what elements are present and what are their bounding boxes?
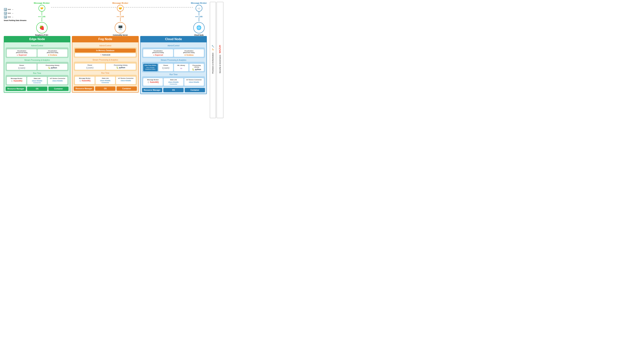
fog-node-header: Fog Node bbox=[72, 36, 138, 42]
fog-datalink-title: Data Link bbox=[97, 77, 114, 79]
edge-datalink-card: Data Link cisco KineticConnector bbox=[27, 77, 47, 84]
edge-kinetic-logo: cisco KineticConnector bbox=[28, 80, 46, 84]
vc-left-2 bbox=[42, 18, 42, 21]
vc-right-1 bbox=[199, 12, 199, 15]
cloud-parser-title: Parser bbox=[160, 64, 172, 66]
cloud-superset-title: Visualization(Historical Data) bbox=[144, 50, 172, 53]
fog-runtime-cards: Message Broker 🐇 RabbitMQ Data Link cisc… bbox=[75, 77, 136, 84]
fog-runtime-block: Message Broker 🐇 RabbitMQ Data Link cisc… bbox=[74, 75, 137, 85]
cloud-rabbitmq-logo: 🐇 RabbitMQ bbox=[144, 81, 162, 83]
zookeeper-icon: 🦒 bbox=[212, 48, 214, 50]
cloud-resource-manager: Resource Manager bbox=[142, 88, 162, 92]
smart-parking-label: Smart Parking Data Streams bbox=[4, 19, 26, 21]
edge-python-logo: 🐍 python bbox=[39, 67, 66, 69]
link-left-badge: ∞∞ Link bbox=[38, 15, 46, 18]
edge-json-logo: {json} bbox=[8, 67, 36, 69]
cloud-superset-logo: ∞ Superset bbox=[144, 54, 172, 56]
broker-middle: Message Broker 🤝 ∞∞ Link 🖥️ Commodity Se… bbox=[112, 2, 128, 36]
security-label: Security & Governance bbox=[219, 53, 221, 75]
edge-resource-manager: Resource Manager bbox=[6, 87, 26, 91]
link-right-label: Link bbox=[199, 15, 203, 18]
cloud-python-card: Processing Library 🐍 python bbox=[190, 64, 204, 71]
broker-right-label: Message Broker bbox=[191, 2, 207, 4]
cloud-admin-title: Admin/Control bbox=[142, 45, 205, 47]
car-icon-2: 🅿️ bbox=[4, 12, 7, 15]
fog-python-logo: 🐍 python bbox=[107, 67, 134, 69]
broker-left-icon: 🤝 bbox=[38, 5, 45, 12]
car-icon-1: 🅿️ bbox=[4, 8, 7, 11]
vc-right-2 bbox=[199, 18, 199, 21]
edge-runtime-block: Message Broker 🐇 RabbitMQ Data Link cisc… bbox=[6, 75, 68, 85]
fog-python-title: Processing Library bbox=[107, 64, 134, 66]
diagram-area: 🅿️ ∞∞ → 🅿️ ∞∞ → 🅿️ ∞∞ → Smart bbox=[2, 2, 209, 118]
edge-stream-title: Stream Processing & Analytics bbox=[6, 59, 68, 61]
arrow-1: → bbox=[12, 8, 14, 10]
cloud-os: OS bbox=[163, 88, 184, 92]
edge-node-body: Admin/Control Visualization(Historical D… bbox=[4, 42, 70, 93]
rethink-label: RethinkDB bbox=[102, 54, 110, 56]
provision-sidebar: 🔧 🦒 Provision & Orchestration bbox=[210, 2, 216, 118]
edge-runtime-cards: Message Broker 🐇 RabbitMQ Data Link cisc… bbox=[7, 77, 68, 84]
edge-container: Container bbox=[48, 87, 69, 91]
edge-bottom-bar: Resource Manager OS Container bbox=[6, 87, 68, 91]
broker-columns: Message Broker 🤝 ∞∞ Link 🍓 Raspberry Pi … bbox=[34, 2, 207, 36]
link-mid-badge: ∞∞ Link bbox=[116, 15, 124, 18]
cloud-python-logo: 🐍 python bbox=[190, 68, 203, 70]
cloud-grafana-card: Visualization(Real-time Data) ⊙ Grafana bbox=[174, 49, 204, 57]
fog-rabbitmq-logo: 🐇 RabbitMQ bbox=[76, 80, 93, 82]
broker-middle-icon: 🤝 bbox=[117, 5, 124, 12]
edge-rabbitmq-title: Message Broker bbox=[8, 78, 25, 79]
cloud-container: Container bbox=[185, 88, 205, 92]
cloud-datalink-card: Data Link cisco KineticConnector bbox=[164, 78, 183, 86]
edge-grafana-logo: ⊙ Grafana bbox=[39, 54, 66, 56]
cloud-ml-logo: ∞ bbox=[175, 67, 187, 70]
fog-stream-title: Stream Processing & Analytics bbox=[74, 59, 137, 61]
security-sidebar: WAZUH Security & Governance bbox=[216, 2, 223, 118]
edge-admin-block: Visualization(Historical Data) ∞ Superse… bbox=[6, 47, 68, 58]
fog-parser-card: Parser {json} bbox=[75, 64, 105, 70]
edge-admin-cards: Visualization(Historical Data) ∞ Superse… bbox=[7, 49, 68, 57]
edge-node: Edge Node Admin/Control Visualization(Hi… bbox=[4, 36, 70, 93]
link-right-badge: ∞∞ Link bbox=[195, 15, 202, 18]
fog-stream-block: Parser {json} Processing Library 🐍 pytho… bbox=[74, 62, 137, 71]
cloud-ml-title: ML Library bbox=[175, 64, 187, 66]
raspberry-label: Raspberry Pi B+ bbox=[35, 34, 48, 36]
fog-connector-label: Connector bbox=[102, 82, 109, 83]
main-container: 🅿️ ∞∞ → 🅿️ ∞∞ → 🅿️ ∞∞ → Smart bbox=[0, 0, 225, 120]
edge-rabbitmq-logo: 🐇 RabbitMQ bbox=[8, 80, 25, 82]
edge-grafana-title: Visualization(Real-time Data) bbox=[39, 50, 66, 53]
cloud-rabbitmq-card: Message Broker 🐇 RabbitMQ bbox=[143, 78, 163, 86]
broker-left-label: Message Broker bbox=[34, 2, 50, 4]
fog-admin-title: Admin/Control bbox=[74, 45, 137, 47]
commodity-device-icon: 🖥️ bbox=[115, 22, 126, 33]
edge-os: OS bbox=[27, 87, 47, 91]
cloud-iot-logo: cisco Kinetic bbox=[186, 81, 203, 83]
provision-label: Provision & Orchestration bbox=[212, 51, 214, 75]
cloud-device-icon: 🌐 bbox=[193, 22, 204, 33]
fog-bottom-bar: Resource Manager OS Container bbox=[74, 86, 137, 91]
broker-right: Message Broker ☁️ ∞∞ Link 🌐 Cloud Node bbox=[191, 2, 207, 36]
cloud-runtime-title: Run Time bbox=[142, 73, 205, 76]
fog-admin-block: In Memory Database ✦ RethinkDB bbox=[74, 47, 137, 58]
wazuh-logo: WAZUH bbox=[219, 45, 221, 53]
fog-iot-title: IoT Device Connector bbox=[117, 77, 134, 79]
raspberry-device-icon: 🍓 bbox=[36, 22, 48, 33]
cloud-grafana-title: Visualization(Real-time Data) bbox=[175, 50, 203, 53]
link-mid-icon: ∞∞ bbox=[116, 15, 120, 18]
edge-grafana-card: Visualization(Real-time Data) ⊙ Grafana bbox=[38, 49, 68, 57]
cloud-stream-cards: Data Flow Editor cisco KineticDataflow E… bbox=[143, 64, 204, 71]
fog-datalink-card: Data Link cisco KineticConnector bbox=[96, 77, 115, 84]
fog-json-logo: {json} bbox=[76, 67, 104, 69]
cloud-kinetic-logo: cisco KineticConnector bbox=[165, 81, 182, 85]
cloud-admin-block: Visualization(Historical Data) ∞ Superse… bbox=[142, 47, 205, 58]
fog-os: OS bbox=[95, 86, 116, 91]
fog-kinetic-logo: cisco KineticConnector bbox=[97, 80, 114, 83]
arrow-3: → bbox=[12, 16, 14, 18]
cloud-connector-label: Connector bbox=[170, 83, 177, 85]
edge-iot-card: IoT Device Connector cisco Kinetic bbox=[48, 77, 68, 84]
cloud-stream-block: Data Flow Editor cisco KineticDataflow E… bbox=[142, 62, 205, 72]
fog-rabbitmq-title: Message Broker bbox=[76, 77, 93, 79]
cloud-dataflow-card: Data Flow Editor cisco KineticDataflow E… bbox=[143, 64, 158, 71]
right-sidebars: 🔧 🦒 Provision & Orchestration WAZUH Secu… bbox=[210, 2, 223, 118]
connector-symbol-2: ∞∞ bbox=[8, 12, 11, 14]
